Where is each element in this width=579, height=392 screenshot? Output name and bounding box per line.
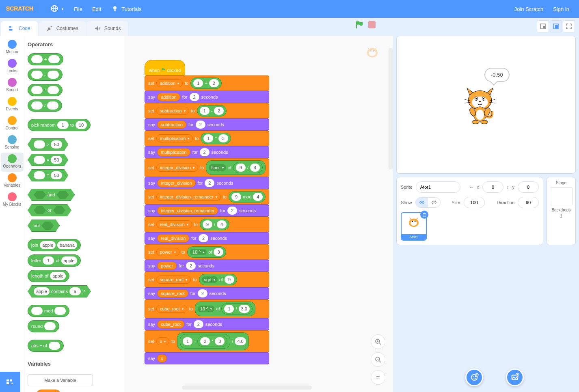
block-say-subtraction[interactable]: saysubtractionfor2seconds [145,118,269,131]
sprite-name-input[interactable] [416,181,460,193]
block-say-square-root[interactable]: saysquare_rootfor2seconds [145,287,269,299]
block-say-integer-division[interactable]: sayinteger_divisionfor2seconds [145,177,269,189]
sign-in-button[interactable]: Sign in [548,0,574,18]
block-set-x[interactable]: setx▾to1-2*3/4.0 [145,330,269,352]
category-looks[interactable]: Looks [1,57,24,76]
category-events[interactable]: Events [1,95,24,114]
block-length-of[interactable]: length ofapple [28,270,69,282]
show-visible-button[interactable] [416,198,428,207]
zoom-in-button[interactable] [371,334,385,349]
block-mathop[interactable]: abs▾of [28,340,64,352]
svg-rect-55 [6,382,9,384]
svg-line-24 [379,361,381,362]
category-control[interactable]: Control [1,114,24,134]
block-set-square-root[interactable]: setsquare_root▾tosqrt▾of9 [145,272,269,287]
block-say-real-division[interactable]: sayreal_divisionfor2seconds [145,232,269,244]
svg-point-59 [475,376,476,377]
sprite-size-input[interactable] [464,197,485,208]
sprite-y-input[interactable] [518,181,539,193]
stage-panel[interactable]: Stage Backdrops 1 [547,177,576,245]
svg-point-31 [483,98,484,99]
tutorials-menu[interactable]: Tutorials [106,0,146,18]
backdrops-count: 1 [549,214,574,218]
code-workspace[interactable]: when clicked setaddition▾to1+2 sayadditi… [125,36,393,392]
workspace-scrollbar-h[interactable] [182,386,312,390]
zoom-out-button[interactable] [371,352,385,367]
block-divide[interactable]: / [28,99,62,112]
show-hidden-button[interactable] [428,198,440,207]
block-gt[interactable]: >50 [28,138,68,151]
block-and[interactable]: and [28,189,75,201]
block-subtract[interactable]: - [28,69,63,81]
block-join[interactable]: joinapplebanana [28,239,81,251]
block-say-cube-root[interactable]: saycube_rootfor2seconds [145,318,269,330]
block-not[interactable]: not [28,220,60,232]
category-operators[interactable]: Operators [1,153,24,172]
block-set-multiplication[interactable]: setmultiplication▾to1*3 [145,131,269,146]
stage-sprite-cat[interactable] [462,85,498,125]
block-set-subtraction[interactable]: setsubtraction▾to1-2 [145,103,269,118]
stage-view[interactable]: -0.50 [396,36,576,174]
category-sound[interactable]: Sound [1,76,24,95]
block-say-x[interactable]: sayx [145,352,269,364]
stage-thumbnail[interactable] [550,187,573,205]
file-menu[interactable]: File [69,0,87,18]
stage-large-button[interactable] [550,20,562,32]
sprite-direction-input[interactable] [518,197,539,208]
block-pick-random[interactable]: pick random1to10 [28,119,91,131]
block-multiply[interactable]: * [28,84,63,96]
block-mod[interactable]: mod [28,305,69,317]
bulb-icon [111,4,119,14]
workspace-scrollbar-v[interactable] [389,48,393,170]
category-variables[interactable]: Variables [1,172,24,191]
block-round[interactable]: round [28,320,59,332]
block-set-real-division[interactable]: setreal_division▾to9/4 [145,217,269,232]
stop-button[interactable] [368,21,376,28]
block-eq[interactable]: =50 [28,169,68,181]
tab-sounds[interactable]: Sounds [86,21,128,36]
block-set-idiv-remainder[interactable]: setinteger_division_remainder▾to9mod4 [145,189,269,205]
block-add[interactable]: + [28,53,63,65]
add-backdrop-button[interactable] [506,368,524,386]
green-flag-button[interactable] [354,20,363,29]
block-say-addition[interactable]: sayadditionfor2seconds [145,91,269,103]
language-menu[interactable]: ▼ [45,0,69,18]
block-set-power[interactable]: setpower▾to10 ^▾of3 [145,244,269,260]
block-when-flag-clicked[interactable]: when clicked [145,60,185,75]
tab-costumes[interactable]: Costumes [39,21,86,36]
variable-reporter-addition[interactable]: addition [36,390,61,392]
size-label: Size [452,200,460,205]
delete-sprite-button[interactable] [420,211,428,219]
globe-icon [50,4,58,14]
category-myblocks[interactable]: My Blocks [1,191,24,210]
tab-code[interactable]: Code [1,21,38,36]
add-extension-button[interactable]: + [0,372,20,392]
svg-rect-11 [543,26,545,28]
block-lt[interactable]: <50 [28,154,68,166]
block-say-multiplication[interactable]: saymultiplicationfor2seconds [145,146,269,158]
svg-point-29 [475,98,477,99]
join-scratch-button[interactable]: Join Scratch [510,0,549,18]
stage-small-button[interactable] [537,20,549,32]
tab-costumes-label: Costumes [56,26,78,31]
category-motion[interactable]: Motion [1,38,24,57]
sprite-x-input[interactable] [482,181,503,193]
block-letter-of[interactable]: letter1ofapple [28,254,81,267]
scratch-logo[interactable]: SCRATCH [5,3,39,15]
category-sensing[interactable]: Sensing [1,134,24,153]
edit-menu[interactable]: Edit [87,0,106,18]
block-set-integer-division[interactable]: setinteger_division▾tofloor▾of9/4 [145,158,269,177]
block-contains[interactable]: applecontainsa? [28,285,91,297]
sprite-tile-ator1[interactable]: Ator1 [401,212,427,241]
category-label: Variables [4,183,20,187]
block-say-idiv-remainder[interactable]: sayinteger_division_remainderfor2seconds [145,205,269,217]
stage-fullscreen-button[interactable] [563,20,575,32]
block-set-addition[interactable]: setaddition▾to1+2 [145,75,269,91]
block-set-cube-root[interactable]: setcube_root▾to10 ^▾of1/3.0 [145,299,269,318]
svg-point-44 [421,202,423,203]
make-variable-button[interactable]: Make a Variable [28,374,93,386]
add-sprite-button[interactable] [465,368,483,386]
block-or[interactable]: or [28,204,71,216]
block-say-power[interactable]: saypowerfor2seconds [145,260,269,272]
zoom-reset-button[interactable]: = [371,370,385,385]
